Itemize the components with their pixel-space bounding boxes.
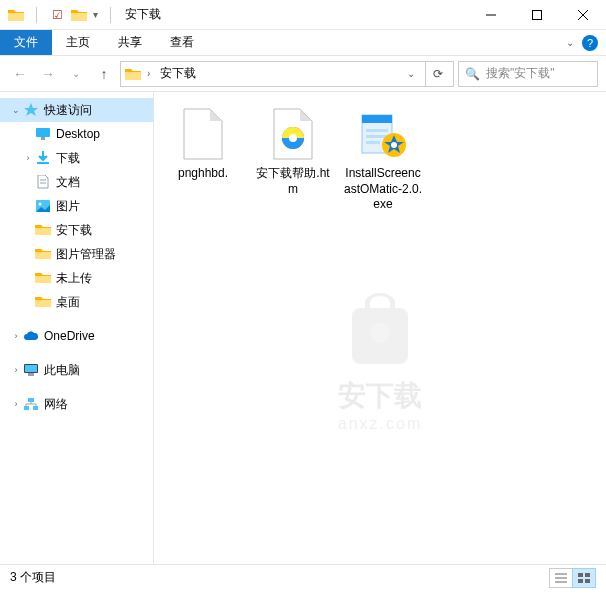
sidebar-item-label: 文档 [56,174,80,191]
svg-rect-20 [362,115,392,123]
svg-rect-14 [28,398,34,402]
check-icon[interactable]: ☑ [49,7,65,23]
sidebar-quick-access[interactable]: ⌄ 快速访问 [0,98,153,122]
search-icon: 🔍 [465,67,480,81]
address-bar[interactable]: › 安下载 ⌄ ⟳ [120,61,454,87]
sidebar-item-label: 图片 [56,198,80,215]
sidebar-item-label: 桌面 [56,294,80,311]
svg-point-10 [39,203,42,206]
svg-rect-4 [36,128,50,137]
window-title: 安下载 [125,6,161,23]
pictures-icon [34,198,52,214]
svg-rect-21 [366,129,388,132]
file-item[interactable]: InstallScreencastOMatic-2.0.exe [342,102,424,217]
tab-home[interactable]: 主页 [52,30,104,55]
file-installer-icon [355,106,411,162]
download-icon [34,150,52,166]
sidebar: ⌄ 快速访问 › Desktop › 下载 › 文档 › 图片 › 安下载 [0,92,154,564]
folder-icon[interactable] [71,8,87,22]
chevron-right-icon[interactable]: › [147,68,150,79]
qat-dropdown-icon[interactable]: ▾ [93,9,98,20]
file-list[interactable]: pnghhbd. 安下载帮助.htm [154,92,606,564]
document-icon [34,174,52,190]
file-item[interactable]: pnghhbd. [162,102,244,186]
file-html-icon [265,106,321,162]
titlebar: ☑ ▾ 安下载 [0,0,606,30]
sidebar-item-label: 快速访问 [44,102,92,119]
sidebar-item-label: 安下载 [56,222,92,239]
help-icon[interactable]: ? [582,35,598,51]
forward-button[interactable]: → [36,62,60,86]
breadcrumb[interactable]: 安下载 [156,65,200,82]
navigation-bar: ← → ⌄ ↑ › 安下载 ⌄ ⟳ 🔍 搜索"安下载" [0,56,606,92]
file-item[interactable]: 安下载帮助.htm [252,102,334,201]
svg-rect-23 [366,141,380,144]
network-icon [22,396,40,412]
sidebar-item-downloads[interactable]: › 下载 [0,146,153,170]
star-icon [22,102,40,118]
sidebar-item-pictures[interactable]: › 图片 [0,194,153,218]
address-dropdown-icon[interactable]: ⌄ [403,68,419,79]
sidebar-item-label: 此电脑 [44,362,80,379]
svg-rect-5 [41,137,45,140]
folder-icon [34,222,52,238]
file-label: InstallScreencastOMatic-2.0.exe [342,166,424,213]
refresh-button[interactable]: ⟳ [425,62,449,86]
sidebar-network[interactable]: › 网络 [0,392,153,416]
cloud-icon [22,328,40,344]
search-placeholder: 搜索"安下载" [486,65,555,82]
desktop-icon [34,126,52,142]
svg-point-18 [289,134,297,142]
svg-rect-1 [533,10,542,19]
tab-share[interactable]: 共享 [104,30,156,55]
file-generic-icon [175,106,231,162]
sidebar-onedrive[interactable]: › OneDrive [0,324,153,348]
svg-rect-12 [25,365,37,372]
maximize-button[interactable] [514,0,560,30]
sidebar-thispc[interactable]: › 此电脑 [0,358,153,382]
sidebar-item-notuploaded[interactable]: › 未上传 [0,266,153,290]
status-item-count: 3 个项目 [10,569,56,586]
svg-rect-31 [585,573,590,577]
expand-ribbon-icon[interactable]: ⌄ [566,37,574,48]
view-details-button[interactable] [549,568,573,588]
sidebar-item-documents[interactable]: › 文档 [0,170,153,194]
folder-icon [34,294,52,310]
ribbon-tabs: 文件 主页 共享 查看 ⌄ ? [0,30,606,56]
sidebar-item-label: 网络 [44,396,68,413]
svg-rect-13 [28,373,34,376]
sidebar-item-desktop2[interactable]: › 桌面 [0,290,153,314]
tab-view[interactable]: 查看 [156,30,208,55]
back-button[interactable]: ← [8,62,32,86]
svg-rect-33 [585,579,590,583]
svg-rect-32 [578,579,583,583]
folder-icon [34,246,52,262]
folder-icon [125,67,141,81]
sidebar-item-desktop[interactable]: › Desktop [0,122,153,146]
svg-rect-30 [578,573,583,577]
svg-rect-16 [33,406,38,410]
sidebar-item-label: OneDrive [44,329,95,343]
file-label: pnghhbd. [178,166,228,182]
sidebar-item-label: 图片管理器 [56,246,116,263]
history-dropdown-icon[interactable]: ⌄ [64,62,88,86]
status-bar: 3 个项目 [0,564,606,590]
minimize-button[interactable] [468,0,514,30]
pc-icon [22,362,40,378]
svg-point-25 [391,142,397,148]
sidebar-item-label: Desktop [56,127,100,141]
sidebar-item-label: 下载 [56,150,80,167]
tab-file[interactable]: 文件 [0,30,52,55]
titlebar-quick-access: ☑ ▾ [8,7,117,23]
folder-icon [34,270,52,286]
up-button[interactable]: ↑ [92,62,116,86]
sidebar-item-anxz[interactable]: › 安下载 [0,218,153,242]
view-icons-button[interactable] [572,568,596,588]
svg-point-26 [370,323,390,343]
file-label: 安下载帮助.htm [252,166,334,197]
search-input[interactable]: 🔍 搜索"安下载" [458,61,598,87]
svg-rect-6 [37,162,49,164]
folder-icon [8,8,24,22]
sidebar-item-picmgr[interactable]: › 图片管理器 [0,242,153,266]
close-button[interactable] [560,0,606,30]
